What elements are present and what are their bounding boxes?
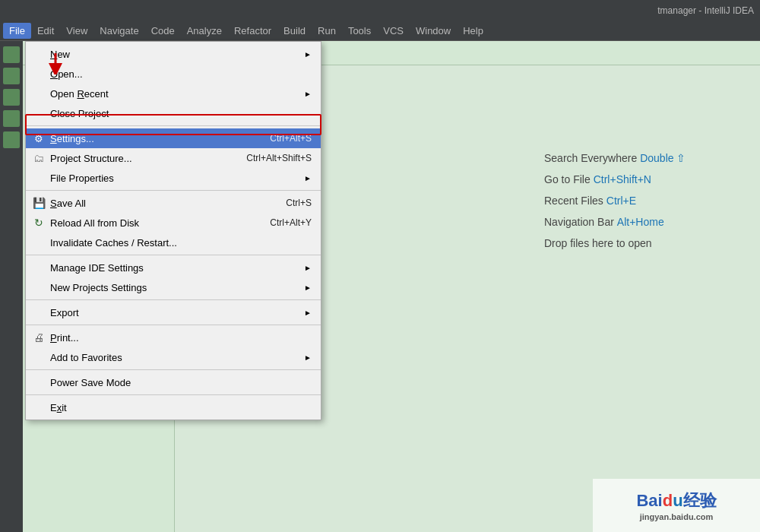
menu-item-project-structure-label: Project Structure... xyxy=(50,153,132,164)
menu-item-print-label: Print... xyxy=(50,332,79,344)
menu-build[interactable]: Build xyxy=(277,23,312,39)
menu-item-save-all[interactable]: 💾 Save All Ctrl+S xyxy=(26,193,321,213)
shortcut-hints: Search Everywhere Double ⇧ Go to File Ct… xyxy=(532,141,760,260)
menu-edit[interactable]: Edit xyxy=(31,23,60,39)
shortcut-search-label: Search Everywhere xyxy=(544,152,637,164)
shortcut-goto-key: Ctrl+Shift+N xyxy=(594,173,651,185)
menu-navigate[interactable]: Navigate xyxy=(93,23,144,39)
menu-refactor[interactable]: Refactor xyxy=(228,23,277,39)
sidebar-icon-3[interactable] xyxy=(3,89,20,106)
menu-item-export[interactable]: Export ► xyxy=(26,302,321,322)
settings-shortcut: Ctrl+Alt+S xyxy=(270,133,312,144)
menu-item-add-favorites-label: Add to Favorites xyxy=(50,352,122,363)
menu-item-power-save-label: Power Save Mode xyxy=(50,377,131,388)
separator-7 xyxy=(26,394,321,395)
menu-item-new-label: New xyxy=(50,49,70,60)
baidu-url: jingyan.baidu.com xyxy=(640,512,714,521)
reload-icon: ↻ xyxy=(32,216,46,230)
menu-item-exit-label: Exit xyxy=(50,402,67,413)
manage-ide-arrow-icon: ► xyxy=(304,264,312,272)
add-favorites-arrow-icon: ► xyxy=(304,353,312,362)
menu-run[interactable]: Run xyxy=(312,23,342,39)
menu-item-invalidate-label: Invalidate Caches / Restart... xyxy=(50,237,177,249)
menu-item-open-recent[interactable]: Open Recent ► xyxy=(26,84,321,103)
shortcut-navbar-label: Navigation Bar xyxy=(544,216,614,228)
menu-item-print[interactable]: 🖨 Print... xyxy=(26,328,321,347)
project-structure-icon: 🗂 xyxy=(32,151,46,165)
menu-item-file-properties[interactable]: File Properties ► xyxy=(26,168,321,188)
reload-shortcut: Ctrl+Alt+Y xyxy=(270,217,312,228)
menu-analyze[interactable]: Analyze xyxy=(181,23,228,39)
shortcut-navbar: Navigation Bar Alt+Home xyxy=(538,211,754,233)
menu-file[interactable]: File xyxy=(3,23,31,39)
project-structure-shortcut: Ctrl+Alt+Shift+S xyxy=(246,153,312,163)
shortcut-drop: Drop files here to open xyxy=(538,233,754,254)
menu-item-reload-label: Reload All from Disk xyxy=(50,217,139,229)
separator-2 xyxy=(26,190,321,191)
menu-item-open-recent-label: Open Recent xyxy=(50,88,109,100)
menu-item-exit[interactable]: Exit xyxy=(26,397,321,417)
menu-item-open-label: Open... xyxy=(50,68,83,80)
menu-view[interactable]: View xyxy=(60,23,93,39)
separator-1 xyxy=(26,125,321,126)
shortcut-recent-key: Ctrl+E xyxy=(606,195,636,207)
menu-help[interactable]: Help xyxy=(457,23,489,39)
open-recent-arrow-icon: ► xyxy=(304,90,312,98)
menu-item-power-save[interactable]: Power Save Mode xyxy=(26,372,321,392)
shortcut-search: Search Everywhere Double ⇧ xyxy=(538,147,754,169)
sidebar-icon-2[interactable] xyxy=(3,68,20,84)
sidebar-icon-4[interactable] xyxy=(3,110,20,127)
menu-item-export-label: Export xyxy=(50,307,79,318)
menu-item-manage-ide-label: Manage IDE Settings xyxy=(50,262,144,274)
menu-code[interactable]: Code xyxy=(145,23,181,39)
menu-item-open[interactable]: Open... xyxy=(26,64,321,84)
title-bar-text: tmanager - IntelliJ IDEA xyxy=(657,5,754,16)
menu-item-project-structure[interactable]: 🗂 Project Structure... Ctrl+Alt+Shift+S xyxy=(26,148,321,168)
menu-item-close-project-label: Close Project xyxy=(50,108,109,119)
baidu-watermark: Baidu经验 jingyan.baidu.com xyxy=(593,479,760,532)
shortcut-recent: Recent Files Ctrl+E xyxy=(538,190,754,211)
menu-item-invalidate[interactable]: Invalidate Caches / Restart... xyxy=(26,233,321,252)
separator-5 xyxy=(26,325,321,325)
shortcut-goto: Go to File Ctrl+Shift+N xyxy=(538,169,754,190)
file-menu-dropdown: New ► Open... Open Recent ► Close Projec… xyxy=(25,41,321,420)
sidebar-icon-5[interactable] xyxy=(3,131,20,148)
shortcut-drop-label: Drop files here to open xyxy=(544,237,652,249)
menu-bar: File Edit View Navigate Code Analyze Ref… xyxy=(0,21,760,41)
file-properties-arrow-icon: ► xyxy=(304,174,312,182)
shortcut-goto-label: Go to File xyxy=(544,173,591,185)
menu-item-reload[interactable]: ↻ Reload All from Disk Ctrl+Alt+Y xyxy=(26,213,321,233)
settings-icon: ⚙ xyxy=(32,131,46,145)
menu-window[interactable]: Window xyxy=(410,23,457,39)
menu-item-new-projects[interactable]: New Projects Settings ► xyxy=(26,277,321,297)
print-icon: 🖨 xyxy=(32,331,46,344)
shortcut-search-key: Double ⇧ xyxy=(640,152,686,164)
menu-item-save-all-label: Save All xyxy=(50,198,86,209)
save-all-icon: 💾 xyxy=(32,196,46,210)
menu-item-settings-label: Settings... xyxy=(50,133,94,144)
sidebar xyxy=(0,41,23,532)
shortcut-navbar-key: Alt+Home xyxy=(617,216,664,228)
separator-6 xyxy=(26,369,321,370)
new-projects-arrow-icon: ► xyxy=(304,283,312,292)
sidebar-icon-1[interactable] xyxy=(3,46,20,63)
menu-item-manage-ide[interactable]: Manage IDE Settings ► xyxy=(26,258,321,277)
menu-vcs[interactable]: VCS xyxy=(377,23,410,39)
new-arrow-icon: ► xyxy=(304,50,312,59)
menu-tools[interactable]: Tools xyxy=(342,23,377,39)
menu-item-file-properties-label: File Properties xyxy=(50,173,114,184)
title-bar: tmanager - IntelliJ IDEA xyxy=(0,0,760,21)
menu-item-settings[interactable]: ⚙ Settings... Ctrl+Alt+S xyxy=(26,128,321,148)
save-all-shortcut: Ctrl+S xyxy=(286,198,312,208)
menu-item-add-favorites[interactable]: Add to Favorites ► xyxy=(26,347,321,367)
menu-item-new[interactable]: New ► xyxy=(26,44,321,64)
separator-4 xyxy=(26,299,321,300)
menu-item-close-project[interactable]: Close Project xyxy=(26,103,321,123)
separator-3 xyxy=(26,255,321,255)
shortcut-recent-label: Recent Files xyxy=(544,195,603,207)
export-arrow-icon: ► xyxy=(304,309,312,317)
menu-item-new-projects-label: New Projects Settings xyxy=(50,282,147,293)
baidu-logo: Baidu经验 xyxy=(636,489,716,512)
